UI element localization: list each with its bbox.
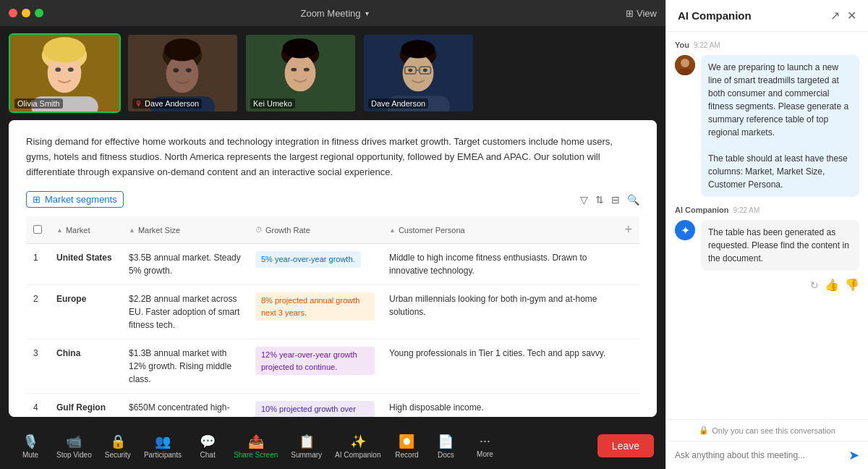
participant-thumb-4[interactable]: Dave Anderson [362, 33, 475, 113]
segment-header: ⊞ Market segments ▽ ⇅ ⊟ 🔍 [26, 191, 639, 208]
participants-icon: 👥 [155, 434, 171, 449]
sort-icon[interactable]: ⇅ [595, 194, 604, 206]
close-icon[interactable]: ✕ [847, 9, 856, 22]
svg-point-3 [43, 37, 85, 62]
sort-asc-icon: ▲ [56, 227, 63, 234]
ai-companion-label: AI Companion [335, 451, 380, 459]
th-size[interactable]: ▲ Market Size [122, 216, 248, 244]
ai-companion-button[interactable]: ✨ AI Companion [329, 431, 386, 462]
segment-label[interactable]: ⊞ Market segments [26, 191, 124, 208]
docs-button[interactable]: 📄 Docs [427, 431, 464, 462]
leave-button[interactable]: Leave [597, 434, 654, 457]
participants-button[interactable]: 👥 Participants [138, 431, 187, 462]
ai-companion-panel: AI Companion ↗ ✕ You 9:22 AM [665, 0, 868, 469]
share-screen-label: Share Screen [234, 451, 278, 459]
thumbs-up-button[interactable]: 👍 [825, 278, 839, 292]
ai-star-icon: ✦ [681, 224, 690, 237]
cell-growth: 5% year-over-year growth. [248, 244, 382, 285]
filter-icon[interactable]: ▽ [580, 194, 588, 206]
close-button[interactable] [9, 9, 17, 17]
svg-point-12 [173, 68, 179, 72]
add-column-icon[interactable]: + [624, 222, 632, 237]
mute-button[interactable]: 🎙️ Mute [12, 431, 49, 462]
ai-header-icons: ↗ ✕ [830, 9, 856, 22]
svg-point-19 [291, 68, 297, 72]
growth-badge: 12% year-over-year growth projected to c… [255, 347, 375, 375]
participants-label: Participants [144, 451, 182, 459]
chat-label: Chat [200, 451, 216, 459]
row-num: 3 [26, 339, 49, 394]
ai-panel-header: AI Companion ↗ ✕ [666, 0, 868, 32]
cell-growth: 10% projected growth over next 3 years. [248, 394, 382, 417]
participant-thumb-2[interactable]: 🎙 Dave Anderson [127, 33, 239, 113]
cell-persona: Urban millennials looking for both in-gy… [382, 285, 617, 339]
svg-point-20 [304, 68, 310, 72]
description-text: Rising demand for effective home workout… [26, 135, 639, 179]
cell-growth: 12% year-over-year growth projected to c… [248, 339, 382, 394]
cell-size: $650M concentrated high-end market. [122, 394, 248, 417]
search-icon[interactable]: 🔍 [627, 194, 639, 206]
stop-video-label: Stop Video [56, 451, 92, 459]
growth-badge: 8% projected annual growth next 3 years. [255, 292, 375, 321]
cell-persona: Young professionals in Tier 1 cities. Te… [382, 339, 617, 394]
record-button[interactable]: ⏺️ Record [388, 431, 425, 462]
th-persona[interactable]: ▲ Customer Persona [382, 216, 617, 244]
table-row: 3 China $1.3B annual market with 12% gro… [26, 339, 639, 394]
svg-point-16 [285, 55, 316, 92]
window-controls [9, 9, 43, 17]
participant-thumb-3[interactable]: Kei Umeko [244, 33, 357, 113]
camera-icon: 📹 [66, 434, 82, 449]
send-button[interactable]: ➤ [848, 447, 859, 463]
th-checkbox[interactable] [26, 216, 49, 244]
view-options-icon[interactable]: ⊟ [611, 194, 620, 206]
svg-point-5 [55, 67, 61, 72]
external-link-icon[interactable]: ↗ [830, 9, 840, 22]
shared-content: Rising demand for effective home workout… [9, 120, 657, 417]
stop-video-button[interactable]: 📹 Stop Video [51, 431, 98, 462]
shield-icon: 🔒 [699, 426, 709, 435]
ai-avatar: ✦ [675, 220, 695, 240]
chat-button[interactable]: 💬 Chat [189, 431, 226, 462]
th-growth[interactable]: ⏱ Growth Rate [248, 216, 382, 244]
row-num: 2 [26, 285, 49, 339]
user-avatar [675, 55, 695, 75]
messages-area: You 9:22 AM We are preparing to launch a… [666, 32, 868, 419]
maximize-button[interactable] [35, 9, 43, 17]
svg-point-10 [164, 38, 201, 61]
user-sender: You 9:22 AM [675, 41, 859, 49]
security-button[interactable]: 🔒 Security [99, 431, 137, 462]
svg-point-23 [403, 55, 434, 92]
minimize-button[interactable] [22, 9, 30, 17]
cell-market: United States [49, 244, 122, 285]
cell-size: $3.5B annual market. Steady 5% growth. [122, 244, 248, 285]
svg-point-29 [408, 69, 412, 72]
thumbs-down-button[interactable]: 👎 [845, 278, 859, 292]
ai-panel-title: AI Companion [678, 9, 752, 22]
participant-label-3: Kei Umeko [250, 98, 295, 109]
cell-persona: Middle to high income fitness enthusiast… [382, 244, 617, 285]
meeting-title[interactable]: Zoom Meeting ▾ [300, 8, 368, 19]
cell-persona: High disposable income. [382, 394, 617, 417]
participant-label-4: Dave Anderson [368, 98, 428, 109]
chat-icon: 💬 [200, 434, 216, 449]
svg-point-17 [283, 38, 318, 58]
share-screen-button[interactable]: 📤 Share Screen [228, 431, 284, 462]
view-button[interactable]: ⊞ View [626, 8, 657, 19]
summary-button[interactable]: 📋 Summary [285, 431, 328, 462]
ai-input[interactable] [675, 450, 843, 460]
record-icon: ⏺️ [399, 434, 414, 449]
sort-asc-icon-3: ▲ [389, 227, 396, 234]
refresh-button[interactable]: ↻ [810, 279, 819, 291]
market-table: ▲ Market ▲ Market Size ⏱ Growth Rate ▲ C… [26, 216, 639, 417]
more-button[interactable]: ··· More [466, 431, 503, 461]
svg-point-13 [186, 68, 192, 72]
toolbar: 🎙️ Mute 📹 Stop Video 🔒 Security 👥 Partic… [0, 423, 665, 469]
svg-point-6 [68, 67, 74, 72]
participant-thumb-1[interactable]: Olivia Smith [9, 33, 121, 113]
cell-size: $1.3B annual market with 12% growth. Ris… [122, 339, 248, 394]
participant-strip: Olivia Smith 🎙 Dave Anderson [0, 26, 665, 120]
th-market[interactable]: ▲ Market [49, 216, 122, 244]
cell-market: Europe [49, 285, 122, 339]
th-add-col[interactable]: + [617, 216, 639, 244]
mute-icon: 🎙️ [22, 434, 38, 449]
